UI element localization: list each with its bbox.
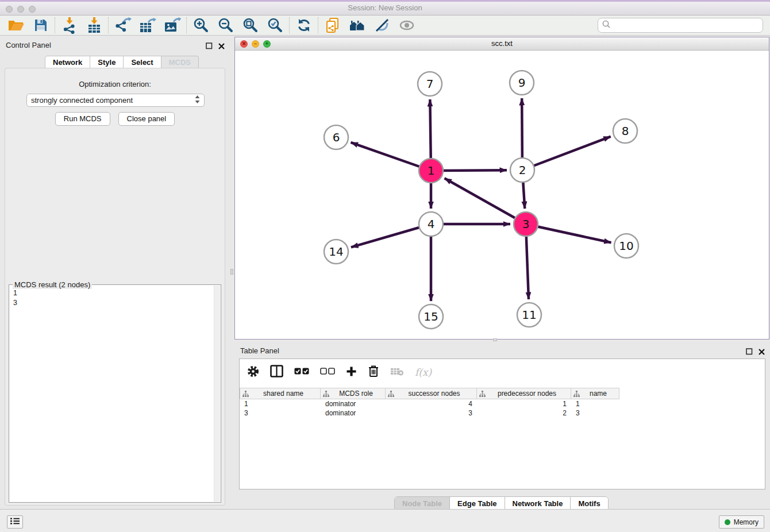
cell-shared-name[interactable]: 1 <box>240 400 321 408</box>
frame-maximize-button[interactable]: + <box>263 40 271 48</box>
toolbar-separator <box>318 17 318 33</box>
memory-label: Memory <box>734 518 759 526</box>
graph-node-11[interactable]: 11 <box>517 303 541 327</box>
function-builder-icon: f(x) <box>415 367 432 378</box>
memory-button[interactable]: Memory <box>719 515 764 529</box>
column-header-successor-nodes[interactable]: successor nodes <box>386 388 477 399</box>
zoom-fit-icon[interactable] <box>238 16 263 34</box>
svg-text:6: 6 <box>333 130 340 144</box>
cell-predecessor-nodes[interactable]: 1 <box>477 400 571 408</box>
network-canvas-svg[interactable]: 7968124314101511 <box>235 51 769 339</box>
graph-node-6[interactable]: 6 <box>324 125 348 149</box>
search-input[interactable] <box>613 20 763 31</box>
toolbar-separator <box>55 17 55 33</box>
cell-name[interactable]: 1 <box>571 400 619 408</box>
graph-edge-2-8[interactable] <box>522 137 611 170</box>
list-icon <box>10 517 20 527</box>
network-window-titlebar[interactable]: ✕ − + scc.txt <box>235 37 769 51</box>
svg-text:3: 3 <box>522 217 530 231</box>
optimization-criterion-select[interactable]: strongly connected component <box>26 94 205 107</box>
export-table-icon[interactable] <box>135 16 160 34</box>
birdseye-view-icon[interactable] <box>345 16 369 34</box>
column-header-name[interactable]: name <box>571 388 619 399</box>
mcds-result-list[interactable]: 13 <box>10 288 213 501</box>
graph-node-15[interactable]: 15 <box>419 304 443 329</box>
apply-layout-icon[interactable] <box>291 16 316 34</box>
memory-status-dot <box>725 519 730 525</box>
table-settings-gear-icon[interactable] <box>247 365 259 380</box>
graph-node-8[interactable]: 8 <box>613 119 637 143</box>
svg-text:14: 14 <box>329 245 343 259</box>
graph-edge-3-10[interactable] <box>526 224 611 242</box>
mcds-result-scrollbar[interactable] <box>214 286 220 502</box>
table-row[interactable]: 3dominator323 <box>240 408 765 418</box>
main-titlebar: Session: New Session <box>0 0 770 16</box>
run-mcds-button[interactable]: Run MCDS <box>55 112 110 126</box>
table-row[interactable]: 1dominator411 <box>240 399 765 408</box>
zoom-window-button[interactable] <box>29 6 36 13</box>
cell-successor-nodes[interactable]: 3 <box>386 409 477 417</box>
graph-node-7[interactable]: 7 <box>418 72 442 96</box>
cell-mcds-role[interactable]: dominator <box>321 409 386 417</box>
close-panel-icon[interactable] <box>759 347 765 357</box>
deselect-all-icon[interactable] <box>320 367 335 377</box>
mcds-panel: Optimization criterion: strongly connect… <box>5 68 225 506</box>
close-panel-button[interactable]: Close panel <box>118 112 175 126</box>
import-table-icon[interactable] <box>82 16 106 34</box>
control-panel: Control Panel NetworkStyleSelectMCDS Opt… <box>0 36 230 509</box>
close-panel-icon[interactable] <box>218 41 225 52</box>
search-box[interactable] <box>598 18 763 33</box>
minimize-window-button[interactable] <box>17 6 24 13</box>
graph-node-9[interactable]: 9 <box>510 71 534 95</box>
save-session-icon[interactable] <box>28 16 53 34</box>
svg-text:1: 1 <box>428 164 435 178</box>
control-panel-title: Control Panel <box>6 41 51 49</box>
frame-minimize-button[interactable]: − <box>252 40 259 48</box>
table-toolbar: f(x) <box>240 359 765 385</box>
float-panel-icon[interactable] <box>746 347 753 357</box>
graph-node-2[interactable]: 2 <box>510 158 534 182</box>
import-network-icon[interactable] <box>57 16 82 34</box>
column-header-mcds-role[interactable]: MCDS role <box>321 388 386 399</box>
graph-node-4[interactable]: 4 <box>419 212 443 236</box>
graph-node-1[interactable]: 1 <box>419 159 443 183</box>
graph-node-14[interactable]: 14 <box>324 240 348 264</box>
svg-text:11: 11 <box>522 308 536 322</box>
cell-predecessor-nodes[interactable]: 2 <box>477 409 571 417</box>
window-controls <box>6 6 36 13</box>
frame-close-button[interactable]: ✕ <box>240 40 248 48</box>
zoom-selected-icon[interactable] <box>263 16 287 34</box>
export-image-icon[interactable] <box>160 16 184 34</box>
column-header-shared-name[interactable]: shared name <box>240 388 321 399</box>
select-all-icon[interactable] <box>294 367 309 377</box>
task-history-button[interactable] <box>7 515 23 529</box>
float-panel-icon[interactable] <box>206 41 213 52</box>
add-column-icon[interactable] <box>346 366 357 379</box>
column-header-predecessor-nodes[interactable]: predecessor nodes <box>477 388 571 399</box>
open-file-icon[interactable] <box>3 16 28 34</box>
delete-column-icon[interactable] <box>368 365 379 380</box>
cell-name[interactable]: 3 <box>571 409 619 417</box>
cell-mcds-role[interactable]: dominator <box>321 400 386 408</box>
graph-node-10[interactable]: 10 <box>614 234 638 258</box>
graph-node-3[interactable]: 3 <box>514 212 538 236</box>
svg-text:4: 4 <box>428 217 435 231</box>
export-network-icon[interactable] <box>110 16 135 34</box>
mcds-result-item: 1 <box>10 288 213 298</box>
hide-panels-icon[interactable] <box>369 16 394 34</box>
cell-successor-nodes[interactable]: 4 <box>386 400 477 408</box>
clone-network-icon[interactable] <box>320 16 345 34</box>
zoom-in-icon[interactable] <box>188 16 213 34</box>
divider-grip[interactable] <box>230 269 233 275</box>
toolbar-separator <box>108 17 109 33</box>
column-visibility-icon[interactable] <box>270 365 283 380</box>
panel-divider[interactable] <box>230 36 234 509</box>
toolbar-separator <box>289 17 290 33</box>
cell-shared-name[interactable]: 3 <box>240 409 321 417</box>
svg-text:8: 8 <box>622 124 629 138</box>
mcds-result-item: 3 <box>10 298 213 308</box>
table-panel-title: Table Panel <box>240 346 279 355</box>
zoom-out-icon[interactable] <box>213 16 238 34</box>
close-window-button[interactable] <box>6 6 13 13</box>
graph-edge-3-1[interactable] <box>445 178 526 224</box>
